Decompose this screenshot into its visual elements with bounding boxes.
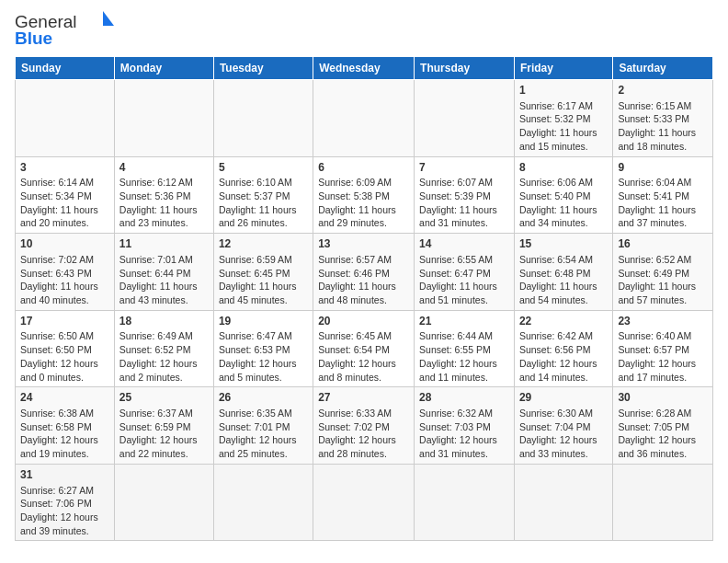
day-info: Sunset: 7:03 PM	[419, 420, 509, 434]
day-info: Daylight: 12 hours and 2 minutes.	[119, 357, 209, 384]
day-info: Sunset: 6:57 PM	[618, 343, 708, 357]
header: General Blue	[15, 9, 713, 51]
day-info: Sunrise: 6:54 AM	[519, 253, 608, 267]
day-info: Sunset: 5:41 PM	[618, 190, 708, 203]
calendar-header-row: SundayMondayTuesdayWednesdayThursdayFrid…	[16, 57, 713, 80]
day-cell: 12Sunrise: 6:59 AMSunset: 6:45 PMDayligh…	[213, 234, 313, 311]
day-cell: 19Sunrise: 6:47 AMSunset: 6:53 PMDayligh…	[213, 310, 313, 387]
day-number: 11	[119, 236, 209, 252]
day-number: 22	[519, 314, 608, 329]
day-info: Sunrise: 6:37 AM	[119, 407, 209, 420]
day-number: 15	[519, 236, 608, 252]
day-info: Daylight: 11 hours and 26 minutes.	[219, 203, 308, 230]
day-number: 17	[20, 314, 109, 329]
day-number: 9	[618, 160, 708, 176]
logo: General Blue	[15, 9, 116, 51]
day-cell: 15Sunrise: 6:54 AMSunset: 6:48 PMDayligh…	[514, 234, 612, 311]
day-info: Daylight: 11 hours and 20 minutes.	[20, 203, 109, 230]
day-info: Sunset: 6:54 PM	[318, 343, 409, 357]
day-info: Daylight: 11 hours and 40 minutes.	[20, 280, 109, 306]
day-number: 26	[219, 390, 308, 406]
day-info: Sunset: 5:37 PM	[219, 190, 308, 203]
day-info: Sunset: 6:49 PM	[618, 267, 708, 281]
day-info: Sunrise: 6:28 AM	[618, 407, 708, 420]
day-cell	[114, 464, 213, 541]
day-info: Sunset: 6:44 PM	[119, 267, 209, 281]
day-info: Daylight: 12 hours and 14 minutes.	[519, 357, 608, 384]
day-cell: 14Sunrise: 6:55 AMSunset: 6:47 PMDayligh…	[415, 234, 515, 311]
day-cell: 8Sunrise: 6:06 AMSunset: 5:40 PMDaylight…	[514, 156, 612, 234]
day-number: 10	[20, 236, 109, 252]
day-info: Daylight: 12 hours and 22 minutes.	[119, 433, 209, 460]
day-info: Sunset: 6:47 PM	[419, 267, 509, 281]
col-header-thursday: Thursday	[415, 57, 515, 80]
day-number: 1	[519, 83, 608, 98]
day-info: Sunrise: 6:52 AM	[618, 253, 708, 267]
day-cell	[613, 464, 713, 541]
day-info: Daylight: 12 hours and 8 minutes.	[318, 357, 409, 384]
day-info: Daylight: 11 hours and 29 minutes.	[318, 203, 409, 230]
day-cell: 22Sunrise: 6:42 AMSunset: 6:56 PMDayligh…	[514, 310, 612, 387]
day-info: Sunrise: 6:50 AM	[20, 329, 109, 343]
day-cell: 9Sunrise: 6:04 AMSunset: 5:41 PMDaylight…	[613, 156, 713, 234]
day-info: Sunset: 6:46 PM	[318, 267, 409, 281]
col-header-tuesday: Tuesday	[213, 57, 313, 80]
day-number: 18	[119, 314, 209, 329]
page: General Blue SundayMondayTuesdayWednesda…	[0, 0, 728, 550]
day-cell: 24Sunrise: 6:38 AMSunset: 6:58 PMDayligh…	[16, 387, 115, 465]
day-info: Daylight: 12 hours and 0 minutes.	[20, 357, 109, 384]
col-header-sunday: Sunday	[16, 57, 115, 80]
day-number: 13	[318, 236, 409, 252]
day-cell: 23Sunrise: 6:40 AMSunset: 6:57 PMDayligh…	[613, 310, 713, 387]
day-number: 21	[419, 314, 509, 329]
day-cell: 31Sunrise: 6:27 AMSunset: 7:06 PMDayligh…	[16, 464, 115, 541]
day-info: Sunset: 6:55 PM	[419, 343, 509, 357]
day-number: 29	[519, 390, 608, 406]
day-cell: 6Sunrise: 6:09 AMSunset: 5:38 PMDaylight…	[313, 156, 415, 234]
day-info: Daylight: 11 hours and 23 minutes.	[119, 203, 209, 230]
day-cell	[313, 80, 415, 157]
day-cell	[213, 464, 313, 541]
day-cell: 18Sunrise: 6:49 AMSunset: 6:52 PMDayligh…	[114, 310, 213, 387]
day-info: Sunset: 7:04 PM	[519, 420, 608, 434]
day-info: Sunrise: 7:02 AM	[20, 253, 109, 267]
day-number: 28	[419, 390, 509, 406]
day-info: Sunrise: 6:47 AM	[219, 329, 308, 343]
day-cell: 26Sunrise: 6:35 AMSunset: 7:01 PMDayligh…	[213, 387, 313, 465]
day-info: Sunrise: 6:45 AM	[318, 329, 409, 343]
day-info: Sunrise: 6:38 AM	[20, 407, 109, 420]
day-cell: 28Sunrise: 6:32 AMSunset: 7:03 PMDayligh…	[415, 387, 515, 465]
day-cell: 5Sunrise: 6:10 AMSunset: 5:37 PMDaylight…	[213, 156, 313, 234]
day-info: Daylight: 11 hours and 31 minutes.	[419, 203, 509, 230]
day-info: Daylight: 11 hours and 48 minutes.	[318, 280, 409, 306]
day-info: Sunset: 7:01 PM	[219, 420, 308, 434]
day-info: Daylight: 11 hours and 34 minutes.	[519, 203, 608, 230]
day-number: 25	[119, 390, 209, 406]
day-info: Sunset: 5:36 PM	[119, 190, 209, 203]
day-info: Sunrise: 6:42 AM	[519, 329, 608, 343]
day-info: Sunset: 6:48 PM	[519, 267, 608, 281]
day-cell: 7Sunrise: 6:07 AMSunset: 5:39 PMDaylight…	[415, 156, 515, 234]
day-info: Sunset: 5:33 PM	[618, 112, 708, 126]
day-cell: 11Sunrise: 7:01 AMSunset: 6:44 PMDayligh…	[114, 234, 213, 311]
day-info: Sunset: 5:39 PM	[419, 190, 509, 203]
day-number: 16	[618, 236, 708, 252]
day-number: 20	[318, 314, 409, 329]
day-cell: 13Sunrise: 6:57 AMSunset: 6:46 PMDayligh…	[313, 234, 415, 311]
day-number: 6	[318, 160, 409, 176]
col-header-friday: Friday	[514, 57, 612, 80]
day-number: 4	[119, 160, 209, 176]
day-cell	[415, 464, 515, 541]
day-info: Sunrise: 6:07 AM	[419, 176, 509, 190]
day-cell: 1Sunrise: 6:17 AMSunset: 5:32 PMDaylight…	[514, 80, 612, 157]
day-info: Sunset: 5:38 PM	[318, 190, 409, 203]
day-cell: 17Sunrise: 6:50 AMSunset: 6:50 PMDayligh…	[16, 310, 115, 387]
col-header-monday: Monday	[114, 57, 213, 80]
week-row-3: 17Sunrise: 6:50 AMSunset: 6:50 PMDayligh…	[16, 310, 713, 387]
svg-marker-2	[103, 11, 114, 26]
calendar-table: SundayMondayTuesdayWednesdayThursdayFrid…	[15, 56, 713, 541]
day-info: Sunrise: 6:06 AM	[519, 176, 608, 190]
day-info: Sunrise: 6:14 AM	[20, 176, 109, 190]
day-cell	[313, 464, 415, 541]
day-number: 3	[20, 160, 109, 176]
